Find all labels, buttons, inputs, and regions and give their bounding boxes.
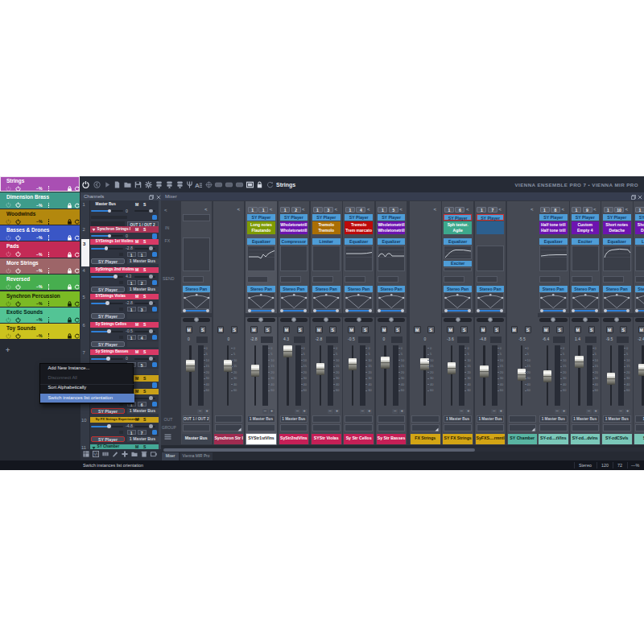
svg-text:A: A [195, 182, 200, 189]
svg-text:VI: VI [93, 452, 97, 456]
